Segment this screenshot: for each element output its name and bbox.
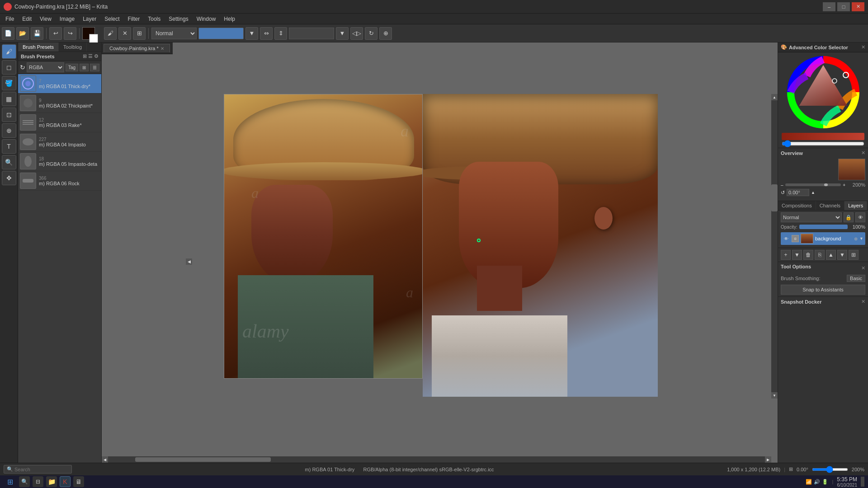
mirror-h-button[interactable]: ◁▷ bbox=[350, 27, 363, 40]
menu-file[interactable]: File bbox=[2, 15, 18, 23]
search-taskbar-btn[interactable]: 🔍 bbox=[19, 476, 30, 487]
snap-to-assistants-btn[interactable]: Snap to Assistants bbox=[781, 285, 865, 295]
menu-window[interactable]: Window bbox=[193, 15, 220, 23]
brush-extra-btn[interactable]: ⊞ bbox=[80, 64, 89, 71]
layer-up-btn[interactable]: ▲ bbox=[826, 250, 836, 260]
opacity-input[interactable]: Opacity: 100% bbox=[198, 28, 244, 39]
brush-item-5[interactable]: 366 m) RGBA 06 Rock bbox=[18, 171, 101, 191]
color-wheel[interactable] bbox=[787, 56, 859, 128]
start-button[interactable]: ⊞ bbox=[4, 476, 16, 487]
doc-tab-main[interactable]: Cowboy-Painting.kra * ✕ bbox=[104, 44, 170, 52]
pan-tool[interactable]: ✥ bbox=[2, 171, 16, 185]
color-selector-close-btn[interactable]: ✕ bbox=[861, 44, 865, 50]
layer-alpha-icon[interactable]: α bbox=[792, 235, 799, 242]
refresh-icon[interactable]: ↻ bbox=[20, 64, 25, 71]
layer-item-background[interactable]: 👁 α background ⊕ ▼ bbox=[781, 232, 865, 245]
close-button[interactable]: ✕ bbox=[852, 2, 864, 11]
text-tool[interactable]: T bbox=[2, 139, 16, 154]
brush-list-btn[interactable]: ☰ bbox=[90, 64, 99, 71]
new-file-button[interactable]: 📄 bbox=[2, 27, 14, 40]
zoom-slider-thumb[interactable] bbox=[824, 183, 828, 186]
brush-item-1[interactable]: 9 m) RGBA 02 Thickpaint* bbox=[18, 94, 101, 113]
preset-grid-button[interactable]: ⊞ bbox=[133, 27, 146, 40]
layer-properties-btn[interactable]: ⊞ bbox=[849, 250, 859, 260]
hscroll-thumb[interactable] bbox=[135, 457, 271, 462]
selection-tool[interactable]: ⊡ bbox=[2, 108, 16, 122]
size-input[interactable]: Size: 7.00 px bbox=[289, 28, 334, 39]
extra-button[interactable]: ⊕ bbox=[379, 27, 392, 40]
eraser-tool[interactable]: ◻ bbox=[2, 60, 16, 75]
undo-button[interactable]: ↩ bbox=[49, 27, 62, 40]
tab-layers[interactable]: Layers bbox=[844, 201, 867, 210]
file-explorer-btn[interactable]: 📁 bbox=[46, 476, 57, 487]
brush-list-view-btn[interactable]: ☰ bbox=[88, 53, 93, 59]
brush-category-select[interactable]: RGBA All Favorites bbox=[27, 62, 64, 72]
size-flip-h-button[interactable]: ⇔ bbox=[260, 27, 273, 40]
hue-slider[interactable] bbox=[782, 142, 864, 145]
layers-opacity-slider-fill[interactable] bbox=[799, 225, 848, 229]
gradient-tool[interactable]: ▦ bbox=[2, 92, 16, 106]
tab-compositions[interactable]: Compositions bbox=[778, 201, 816, 210]
tool-options-close-btn[interactable]: ✕ bbox=[861, 265, 865, 271]
vertical-scrollbar[interactable] bbox=[771, 94, 778, 397]
rotation-input[interactable] bbox=[787, 189, 809, 196]
horizontal-scrollbar[interactable]: ◀ ▶ bbox=[102, 456, 771, 463]
zoom-in-icon[interactable]: + bbox=[843, 183, 845, 188]
foreground-color-swatch[interactable] bbox=[82, 27, 95, 40]
save-file-button[interactable]: 💾 bbox=[31, 27, 43, 40]
layer-visibility-btn[interactable]: 👁 bbox=[855, 212, 865, 222]
left-scroll-arrow[interactable]: ◀ bbox=[186, 258, 192, 265]
layer-visible-icon[interactable]: 👁 bbox=[783, 235, 790, 242]
redo-button[interactable]: ↪ bbox=[64, 27, 76, 40]
menu-image[interactable]: Image bbox=[56, 15, 78, 23]
paint-brush-tool[interactable]: 🖌 bbox=[2, 44, 16, 59]
menu-select[interactable]: Select bbox=[101, 15, 123, 23]
vscroll-down-btn[interactable]: ▼ bbox=[771, 392, 778, 399]
layer-down-btn[interactable]: ▼ bbox=[837, 250, 847, 260]
brush-item-3[interactable]: 227 m) RGBA 04 Impasto bbox=[18, 132, 101, 152]
menu-tools[interactable]: Tools bbox=[144, 15, 164, 23]
canvas-viewport[interactable]: alamy a a a bbox=[102, 54, 778, 463]
task-view-btn[interactable]: ⊟ bbox=[33, 476, 43, 487]
tag-button[interactable]: Tag bbox=[66, 64, 78, 71]
zoom-tool[interactable]: 🔍 bbox=[2, 155, 16, 169]
search-input[interactable] bbox=[14, 467, 69, 472]
add-layer-menu-btn[interactable]: ▼ bbox=[792, 250, 802, 260]
vertical-scrollbar-thumb[interactable] bbox=[771, 184, 778, 211]
hscroll-right-btn[interactable]: ▶ bbox=[765, 456, 771, 463]
fill-tool[interactable]: 🪣 bbox=[2, 76, 16, 90]
menu-filter[interactable]: Filter bbox=[124, 15, 144, 23]
maximize-button[interactable]: □ bbox=[837, 2, 850, 11]
layer-lock-btn[interactable]: 🔒 bbox=[844, 212, 854, 222]
zoom-slider-status[interactable] bbox=[812, 468, 848, 471]
zoom-fit-btn[interactable]: ⊞ bbox=[789, 466, 793, 472]
delete-layer-btn[interactable]: 🗑 bbox=[803, 250, 813, 260]
brush-grid-view-btn[interactable]: ⊞ bbox=[83, 53, 87, 59]
menu-settings[interactable]: Settings bbox=[165, 15, 192, 23]
hscroll-left-btn[interactable]: ◀ bbox=[102, 456, 108, 463]
app-icon-btn[interactable]: 🖥 bbox=[73, 476, 84, 487]
tab-toolblog[interactable]: Toolblog bbox=[59, 42, 87, 52]
eraser-tool-button[interactable]: ✕ bbox=[118, 27, 131, 40]
doc-tab-close-btn[interactable]: ✕ bbox=[160, 46, 164, 51]
zoom-out-icon[interactable]: – bbox=[781, 183, 783, 188]
vscroll-up-btn[interactable]: ▲ bbox=[771, 94, 778, 100]
duplicate-layer-btn[interactable]: ⎘ bbox=[815, 250, 825, 260]
size-arrow-down[interactable]: ▼ bbox=[336, 27, 349, 40]
brush-item-2[interactable]: 12 m) RGBA 03 Rake* bbox=[18, 113, 101, 132]
open-file-button[interactable]: 📂 bbox=[16, 27, 29, 40]
menu-help[interactable]: Help bbox=[220, 15, 239, 23]
opacity-arrow-down[interactable]: ▼ bbox=[245, 27, 258, 40]
show-desktop-btn[interactable] bbox=[861, 477, 864, 487]
add-layer-btn[interactable]: + bbox=[781, 250, 791, 260]
rotation-reset-icon[interactable]: ↺ bbox=[781, 190, 785, 196]
brush-tool-button[interactable]: 🖌 bbox=[104, 27, 117, 40]
brush-item-4[interactable]: 18 m) RGBA 05 Impasto-deta bbox=[18, 152, 101, 171]
snapshot-close-btn[interactable]: ✕ bbox=[861, 299, 865, 305]
layers-blend-select[interactable]: Normal Multiply Screen bbox=[781, 212, 842, 222]
overview-collapse-btn[interactable]: ✕ bbox=[861, 150, 865, 156]
minimize-button[interactable]: – bbox=[823, 2, 835, 11]
menu-layer[interactable]: Layer bbox=[79, 15, 100, 23]
brush-item-0[interactable]: 7 m) RGBA 01 Thick-dry* bbox=[18, 74, 101, 94]
layer-arrow-icon[interactable]: ▼ bbox=[859, 236, 863, 241]
